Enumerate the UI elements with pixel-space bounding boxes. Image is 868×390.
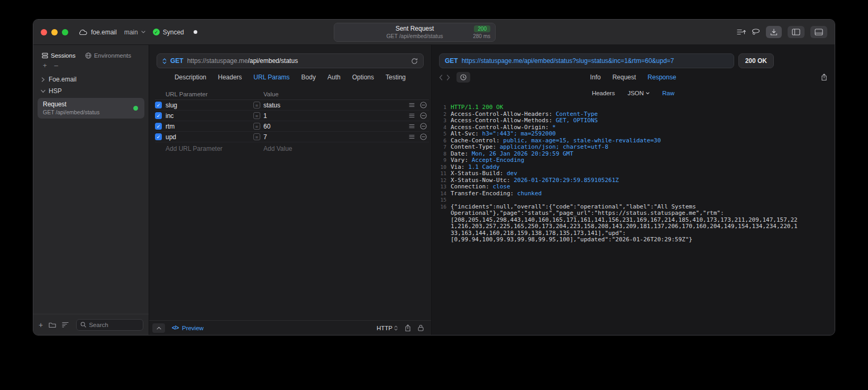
drag-handle-icon[interactable] [406,103,417,107]
tab-auth[interactable]: Auth [327,74,341,81]
param-name[interactable]: inc [166,112,253,120]
subtab-headers[interactable]: Headers [592,90,615,96]
tab-info[interactable]: Info [590,74,601,81]
param-name[interactable]: upd [166,133,253,141]
equals-icon: = [253,102,260,108]
project-selector[interactable]: foe.email [79,29,117,36]
forward-button[interactable] [446,75,450,80]
sort-list-icon[interactable] [62,322,69,328]
chevron-down-icon[interactable] [41,89,45,94]
response-nav: InfoRequestResponse [432,68,835,86]
sent-request-status-box[interactable]: Sent Request GET /api/embed/status 200 2… [334,23,496,42]
line-number: 14 [436,191,446,197]
response-method: GET [445,57,458,65]
new-folder-icon[interactable] [49,322,56,328]
subtab-raw[interactable]: Raw [662,90,674,96]
add-url-parameter-placeholder[interactable]: Add URL Parameter [166,145,253,152]
branch-selector[interactable]: main [124,29,145,36]
request-item-subtitle: GET /api/embed/status [43,109,139,115]
protocol-selector[interactable]: HTTP [377,325,398,331]
param-value[interactable]: 7 [263,133,267,141]
param-checkbox[interactable]: ✓ [155,123,162,130]
remove-param-icon[interactable] [417,123,429,130]
param-checkbox[interactable]: ✓ [155,102,162,108]
param-row-slug: ✓slug=status [155,100,429,111]
drag-handle-icon[interactable] [406,134,417,139]
drag-handle-icon[interactable] [406,124,417,129]
add-session-button[interactable]: + [43,63,47,68]
param-value[interactable]: 1 [263,112,267,120]
share-request-icon[interactable] [405,324,411,332]
request-method[interactable]: GET [170,57,184,65]
subtab-json[interactable]: JSON [627,90,650,96]
share-response-icon[interactable] [821,74,827,81]
remove-param-icon[interactable] [417,133,429,140]
add-value-placeholder[interactable]: Add Value [253,145,406,152]
toggle-bottom-panel-button[interactable] [810,26,827,38]
sync-status[interactable]: ✓ Synced [153,29,184,36]
line-number: 10 [436,164,446,171]
sync-label: Synced [163,29,184,36]
close-button[interactable] [41,29,47,35]
tab-url-params[interactable]: URL Params [253,74,289,81]
remove-session-button[interactable]: – [54,63,58,68]
param-checkbox[interactable]: ✓ [155,133,162,140]
param-row-rtm: ✓rtm=60 [155,121,429,132]
request-url[interactable]: https://statuspage.me/api/embed/status [187,57,298,65]
response-line: 16{"incidents":null,"overall":{"code":"o… [436,204,800,243]
request-url-bar[interactable]: GET https://statuspage.me/api/embed/stat… [157,53,424,68]
response-url-bar[interactable]: GET https://statuspage.me/api/embed/stat… [439,53,734,68]
sidebar-footer: + Search [33,314,149,335]
line-number: 6 [436,138,446,144]
lock-icon[interactable] [418,324,424,331]
param-checkbox[interactable]: ✓ [155,112,162,119]
tab-testing[interactable]: Testing [386,74,406,81]
import-tray-button[interactable] [766,26,782,38]
method-updown-icon[interactable] [162,58,167,64]
param-value[interactable]: status [263,102,280,109]
tab-description[interactable]: Description [175,74,206,81]
tab-environments[interactable]: Environments [85,52,131,59]
tab-body[interactable]: Body [301,74,316,81]
minimize-button[interactable] [51,29,58,35]
tree-item-hsp[interactable]: HSP [33,85,149,97]
param-row-inc: ✓inc=1 [155,111,429,121]
param-row-upd: ✓upd=7 [155,132,429,142]
line-number: 16 [436,204,446,243]
remove-param-icon[interactable] [417,102,429,108]
tab-response[interactable]: Response [647,74,676,81]
tab-sessions[interactable]: Sessions [42,52,76,59]
tab-options[interactable]: Options [352,74,374,81]
search-placeholder: Search [89,322,108,328]
traffic-lights [41,29,68,35]
param-value[interactable]: 60 [263,123,270,130]
status-code-badge: 200 [474,25,490,32]
search-input[interactable]: Search [76,319,143,331]
url-params-table: URL Parameter Value ✓slug=status✓inc=1✓r… [149,88,431,320]
tab-headers[interactable]: Headers [218,74,242,81]
preview-button[interactable]: </> Preview [172,325,204,331]
new-request-button[interactable]: + [39,322,43,328]
drag-handle-icon[interactable] [406,113,417,118]
param-name[interactable]: rtm [166,123,253,130]
lasso-icon[interactable] [752,29,760,35]
sidebar-item-request[interactable]: Request GET /api/embed/status [38,98,144,119]
chevron-right-icon[interactable] [41,77,45,82]
back-button[interactable] [439,75,443,80]
tree-item-foe-email[interactable]: Foe.email [33,74,149,85]
sort-lines-icon[interactable] [737,29,746,35]
toggle-sidebar-button[interactable] [788,26,805,38]
chevron-down-icon [646,92,650,95]
refresh-icon[interactable] [411,58,418,65]
line-number: 2 [436,111,446,118]
zoom-button[interactable] [62,29,68,35]
tab-request[interactable]: Request [613,74,636,81]
remove-param-icon[interactable] [417,112,429,119]
line-number: 9 [436,157,446,164]
expand-panel-button[interactable] [152,323,165,333]
param-name[interactable]: slug [166,102,253,109]
line-number: 3 [436,117,446,124]
request-footer: </> Preview HTTP [149,320,431,335]
history-button[interactable] [456,72,470,83]
tree-item-label: Foe.email [49,76,77,83]
